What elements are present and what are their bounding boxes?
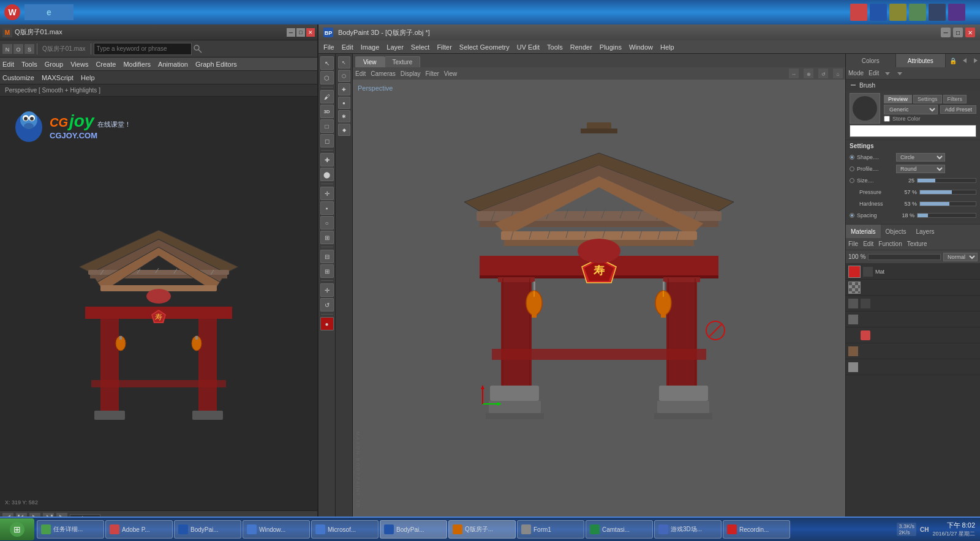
- mat-menu-function[interactable]: Function: [878, 241, 902, 247]
- mat-item-7[interactable]: [846, 359, 980, 375]
- tab-attributes[interactable]: Attributes: [896, 54, 946, 67]
- store-color-checkbox[interactable]: [884, 116, 890, 122]
- taskbar-item-1[interactable]: Adobe P...: [105, 520, 173, 539]
- menu-group[interactable]: Group: [45, 61, 64, 68]
- menu-maxscript[interactable]: MAXScript: [42, 74, 74, 81]
- bp-menu-select[interactable]: Select: [411, 43, 430, 51]
- bp-menu-edit[interactable]: Edit: [342, 43, 353, 51]
- nav-zoom-icon[interactable]: ⊕: [804, 69, 813, 78]
- menu-animation[interactable]: Animation: [158, 61, 188, 68]
- lock-icon[interactable]: 🔒: [948, 56, 958, 65]
- bp-max-button[interactable]: □: [953, 28, 963, 37]
- vp-menu-cameras[interactable]: Cameras: [371, 70, 396, 77]
- tool-fill[interactable]: ⬤: [320, 168, 334, 181]
- nav-orbit-icon[interactable]: ↺: [818, 69, 828, 78]
- bp-menu-image[interactable]: Image: [361, 43, 380, 51]
- shape-dropdown[interactable]: Circle: [896, 153, 945, 162]
- brush-preset-dropdown[interactable]: Generic: [884, 105, 938, 114]
- tool-select-circle[interactable]: ○: [320, 216, 334, 229]
- bp-menu-help[interactable]: Help: [660, 43, 674, 51]
- menu-tools[interactable]: Tools: [21, 61, 37, 68]
- bp-min-button[interactable]: ─: [941, 28, 951, 37]
- arrow-left-icon[interactable]: [960, 56, 970, 65]
- tool-select-rect[interactable]: ▪: [320, 201, 334, 215]
- mat-tab-materials[interactable]: Materials: [846, 225, 881, 238]
- tool-transform[interactable]: ✛: [320, 283, 334, 297]
- blend-dropdown[interactable]: Normal: [943, 253, 978, 261]
- tool-grid2[interactable]: ⊞: [320, 264, 334, 278]
- tool-checker[interactable]: ⊞: [320, 231, 334, 244]
- taskbar-item-5[interactable]: BodyPai...: [380, 520, 447, 539]
- tool-red-circle[interactable]: ●: [320, 317, 334, 330]
- tool-3d[interactable]: 3D: [320, 105, 334, 118]
- profile-radio[interactable]: [850, 166, 854, 171]
- mat-item-6[interactable]: [846, 343, 980, 359]
- nav-pan-icon[interactable]: ↔: [789, 69, 799, 78]
- tab-texture[interactable]: Texture: [385, 56, 421, 67]
- tool-eraser[interactable]: ◻: [320, 134, 334, 147]
- mat-item-1[interactable]: Mat: [846, 264, 980, 280]
- tool-brush[interactable]: 🖌: [320, 90, 334, 103]
- mode-arrow-right-icon[interactable]: [896, 70, 903, 77]
- taskbar-item-3[interactable]: Window...: [243, 520, 310, 539]
- tool-rotate[interactable]: ↺: [320, 298, 334, 312]
- taskbar-item-9[interactable]: 游戏3D场...: [654, 520, 722, 539]
- vp-menu-edit[interactable]: Edit: [355, 70, 366, 77]
- mat-tab-layers[interactable]: Layers: [911, 225, 939, 238]
- bp-menu-select-geometry[interactable]: Select Geometry: [459, 43, 510, 51]
- nav-home-icon[interactable]: ⌂: [833, 69, 843, 78]
- search-input[interactable]: [94, 43, 192, 55]
- size-slider[interactable]: [917, 178, 976, 183]
- mat-item-4[interactable]: [846, 312, 980, 327]
- tool-small-4[interactable]: ●: [338, 97, 350, 109]
- taskbar-item-10[interactable]: Recordin...: [723, 520, 790, 539]
- vp-menu-filter[interactable]: Filter: [426, 70, 439, 77]
- mat-item-2[interactable]: [846, 280, 980, 296]
- taskbar-item-8[interactable]: Camtasi...: [586, 520, 653, 539]
- shape-radio[interactable]: [850, 155, 854, 160]
- add-preset-button[interactable]: Add Preset: [940, 105, 976, 114]
- mat-item-3[interactable]: [846, 296, 980, 312]
- tool-small-1[interactable]: ↖: [338, 56, 350, 69]
- tool-small-6[interactable]: ◆: [338, 124, 350, 136]
- tool-small-5[interactable]: ✱: [338, 110, 350, 122]
- bp-main-viewport[interactable]: Perspective: [353, 80, 845, 526]
- taskbar-item-0[interactable]: 任务详细...: [37, 520, 104, 539]
- bp-menu-window[interactable]: Window: [629, 43, 653, 51]
- menu-create[interactable]: Create: [96, 61, 116, 68]
- start-button[interactable]: ⊞: [0, 518, 34, 540]
- taskbar-item-4[interactable]: Microsof...: [311, 520, 379, 539]
- bp-menu-layer[interactable]: Layer: [386, 43, 404, 51]
- mat-menu-edit[interactable]: Edit: [863, 241, 873, 247]
- bp-menu-filter[interactable]: Filter: [437, 43, 451, 51]
- min-button[interactable]: ─: [287, 28, 295, 37]
- brush-tab-settings[interactable]: Settings: [913, 95, 942, 103]
- vp-menu-display[interactable]: Display: [401, 70, 421, 77]
- taskbar-item-7[interactable]: Form1: [517, 520, 584, 539]
- arrow-right-icon[interactable]: [970, 56, 980, 65]
- size-radio[interactable]: [850, 178, 854, 183]
- taskbar-item-6[interactable]: Q版房子...: [448, 520, 516, 539]
- tool-grid[interactable]: ⊟: [320, 250, 334, 263]
- profile-dropdown[interactable]: Round: [896, 165, 945, 173]
- max-button[interactable]: □: [296, 28, 305, 37]
- close-button[interactable]: ✕: [306, 28, 315, 37]
- bp-close-button[interactable]: ✕: [965, 28, 975, 37]
- menu-edit[interactable]: Edit: [2, 61, 14, 68]
- mat-tab-objects[interactable]: Objects: [881, 225, 911, 238]
- bp-menu-plugins[interactable]: Plugins: [600, 43, 622, 51]
- bp-window-controls[interactable]: ─ □ ✕: [941, 28, 975, 37]
- open-icon[interactable]: O: [13, 44, 23, 54]
- color-gradient-bar[interactable]: [850, 125, 976, 137]
- bp-menu-tools[interactable]: Tools: [547, 43, 563, 51]
- start-icon[interactable]: W: [2, 2, 22, 22]
- mode-arrow-icon[interactable]: [884, 70, 891, 77]
- vp-menu-view[interactable]: View: [444, 70, 458, 77]
- ie-icon[interactable]: e: [24, 4, 74, 20]
- mat-item-5[interactable]: [846, 327, 980, 343]
- tab-view[interactable]: View: [355, 56, 385, 67]
- spacing-radio[interactable]: [850, 213, 854, 218]
- max-window-controls[interactable]: ─ □ ✕: [287, 28, 315, 37]
- new-icon[interactable]: N: [2, 44, 12, 54]
- tab-colors[interactable]: Colors: [846, 54, 896, 67]
